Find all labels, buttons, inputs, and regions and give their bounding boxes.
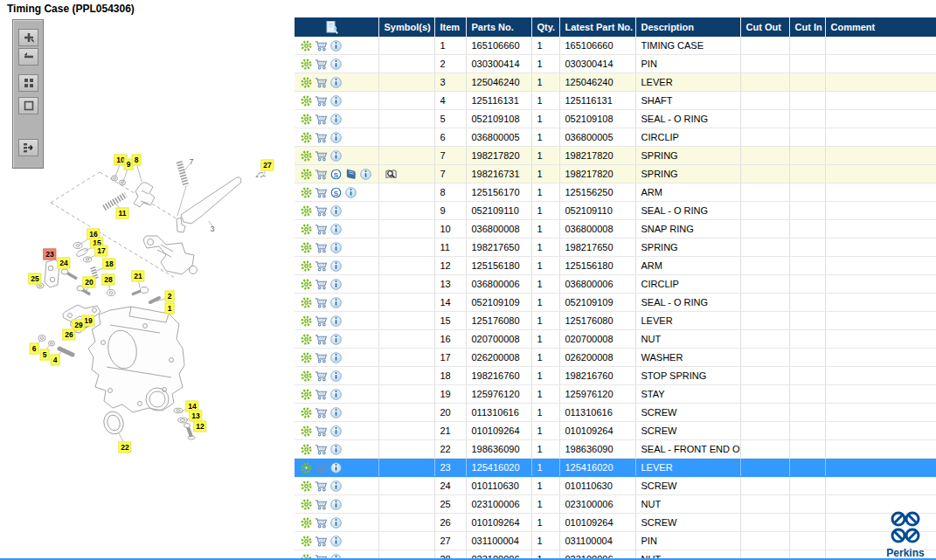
table-row[interactable]: 181982167601198216760STOP SPRING	[295, 367, 936, 385]
cart-icon[interactable]	[315, 58, 328, 71]
col-comment[interactable]: Comment	[825, 17, 936, 37]
cart-icon[interactable]	[315, 76, 328, 89]
col-cut-in[interactable]: Cut In	[789, 17, 825, 37]
info-icon[interactable]	[329, 241, 343, 254]
gear-icon[interactable]	[300, 149, 313, 162]
info-icon[interactable]	[329, 223, 343, 236]
part-callout-27[interactable]: 27	[260, 160, 274, 171]
table-row[interactable]: 260101092641010109264SCREW	[295, 514, 936, 532]
gear-icon[interactable]	[300, 333, 313, 346]
part-callout-17[interactable]: 17	[94, 245, 107, 257]
info-icon[interactable]	[344, 186, 357, 199]
cart-icon[interactable]	[315, 39, 328, 52]
part-callout-21[interactable]: 21	[131, 271, 144, 282]
info-icon[interactable]	[329, 315, 343, 328]
col-item[interactable]: Item	[434, 17, 466, 37]
book-icon[interactable]	[344, 168, 357, 181]
part-callout-18[interactable]: 18	[102, 259, 115, 270]
table-row[interactable]: 140521091091052109109SEAL - O RING	[295, 294, 936, 312]
table-row[interactable]: 191259761201125976120STAY	[295, 385, 936, 404]
cart-icon[interactable]	[315, 461, 328, 474]
s-icon[interactable]	[329, 186, 343, 199]
gear-icon[interactable]	[300, 223, 313, 236]
table-row[interactable]: 81251561701125156250ARM	[295, 183, 936, 202]
part-callout-6[interactable]: 6	[30, 343, 39, 355]
part-callout-2[interactable]: 2	[165, 291, 175, 302]
cart-icon[interactable]	[315, 516, 328, 529]
info-icon[interactable]	[359, 168, 372, 181]
table-row[interactable]: 100368000081036800008SNAP RING	[295, 220, 936, 239]
part-callout-12[interactable]: 12	[193, 421, 206, 432]
info-icon[interactable]	[329, 39, 343, 52]
gear-icon[interactable]	[300, 535, 313, 548]
info-icon[interactable]	[329, 406, 343, 419]
part-callout-11[interactable]: 11	[116, 208, 129, 219]
gear-icon[interactable]	[300, 168, 313, 181]
cart-icon[interactable]	[315, 351, 328, 364]
table-row[interactable]: 151251760801125176080LEVER	[295, 312, 936, 330]
col-latest-part-no[interactable]: Latest Part No.	[559, 17, 635, 37]
info-icon[interactable]	[329, 370, 343, 383]
gear-icon[interactable]	[300, 498, 313, 511]
gear-icon[interactable]	[300, 204, 313, 218]
cart-icon[interactable]	[315, 443, 328, 456]
export-list-button[interactable]	[18, 139, 38, 156]
cart-icon[interactable]	[315, 370, 328, 383]
gear-icon[interactable]	[300, 443, 313, 456]
zoom-in-button[interactable]	[18, 29, 38, 46]
cart-icon[interactable]	[315, 186, 328, 199]
part-callout-20[interactable]: 20	[82, 277, 95, 288]
info-icon[interactable]	[329, 516, 343, 529]
info-icon[interactable]	[329, 278, 343, 291]
info-icon[interactable]	[329, 351, 343, 364]
gear-icon[interactable]	[300, 425, 313, 438]
table-row[interactable]: 71982167311198217820SPRING	[295, 165, 936, 183]
cart-icon[interactable]	[315, 333, 328, 346]
cart-icon[interactable]	[315, 388, 328, 401]
table-row[interactable]: 31250462401125046240LEVER	[295, 73, 936, 92]
gear-icon[interactable]	[300, 370, 313, 383]
gear-icon[interactable]	[300, 186, 313, 199]
cart-icon[interactable]	[315, 406, 328, 419]
table-row[interactable]: 111982176501198217650SPRING	[295, 239, 936, 257]
info-icon[interactable]	[329, 131, 343, 144]
table-row[interactable]: 210101092641010109264SCREW	[295, 422, 936, 440]
cart-icon[interactable]	[315, 94, 328, 107]
info-icon[interactable]	[329, 443, 343, 456]
info-icon[interactable]	[329, 296, 343, 309]
info-icon[interactable]	[329, 461, 343, 474]
cart-icon[interactable]	[315, 498, 328, 511]
info-icon[interactable]	[329, 58, 343, 71]
cart-icon[interactable]	[315, 113, 328, 126]
info-icon[interactable]	[329, 259, 343, 273]
gear-icon[interactable]	[300, 278, 313, 291]
part-callout-1[interactable]: 1	[165, 303, 175, 315]
gear-icon[interactable]	[300, 351, 313, 364]
cart-icon[interactable]	[315, 204, 328, 218]
cart-icon[interactable]	[315, 259, 328, 273]
table-row[interactable]: 11651066601165106660TIMING CASE	[295, 37, 936, 55]
info-icon[interactable]	[329, 204, 343, 218]
table-row[interactable]: 160207000081020700008NUT	[295, 330, 936, 349]
part-callout-28[interactable]: 28	[101, 274, 114, 286]
table-row[interactable]: 200113106161011310616SCREW	[295, 404, 936, 422]
zoom-out-button[interactable]	[18, 48, 38, 66]
col-symbols[interactable]: Symbol(s)	[378, 17, 434, 37]
cart-icon[interactable]	[315, 315, 328, 328]
table-row[interactable]: 121251561801125156180ARM	[295, 257, 936, 275]
gear-icon[interactable]	[300, 516, 313, 529]
info-icon[interactable]	[329, 76, 343, 89]
info-icon[interactable]	[329, 498, 343, 511]
table-row[interactable]: 41251161311125116131SHAFT	[295, 92, 936, 110]
cart-icon[interactable]	[315, 168, 328, 181]
cart-icon[interactable]	[315, 480, 328, 493]
info-icon[interactable]	[329, 425, 343, 438]
cart-icon[interactable]	[315, 223, 328, 236]
info-icon[interactable]	[329, 535, 343, 548]
table-row[interactable]: 270311000041031100004PIN	[295, 532, 936, 550]
tile-view-button[interactable]	[18, 74, 38, 92]
fit-view-button[interactable]	[18, 97, 38, 114]
part-callout-25[interactable]: 25	[28, 273, 41, 285]
cart-icon[interactable]	[315, 149, 328, 162]
gear-icon[interactable]	[300, 131, 313, 144]
